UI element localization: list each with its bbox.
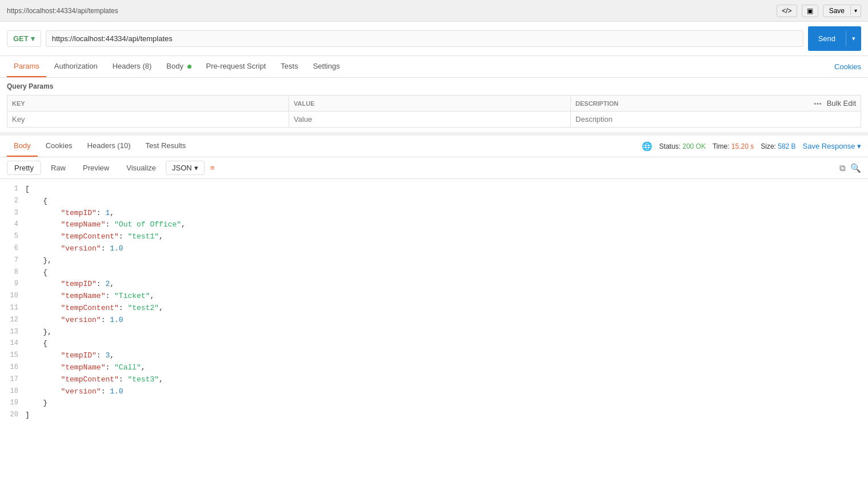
line-content: "tempName": "Call", xyxy=(25,362,863,374)
send-arrow-button[interactable]: ▾ xyxy=(846,31,861,46)
view-tab-raw[interactable]: Raw xyxy=(43,161,73,175)
json-line: 19 } xyxy=(0,397,868,410)
line-content: [ xyxy=(25,184,863,196)
line-content: "tempID": 1, xyxy=(25,208,863,220)
json-line: 12 "version": 1.0 xyxy=(0,315,868,327)
line-content: } xyxy=(25,397,863,410)
line-number: 5 xyxy=(5,231,25,243)
status-icon: 🌐 xyxy=(642,141,653,152)
save-response-arrow-icon: ▾ xyxy=(857,142,861,150)
line-number: 15 xyxy=(5,350,25,362)
line-content: "tempContent": "test2", xyxy=(25,303,863,315)
value-cell[interactable] xyxy=(289,112,571,128)
top-bar: https://localhost:44334/api/templates </… xyxy=(0,0,868,22)
save-response-button[interactable]: Save Response ▾ xyxy=(803,142,861,150)
json-line: 16 "tempName": "Call", xyxy=(0,362,868,374)
line-number: 12 xyxy=(5,315,25,327)
line-number: 2 xyxy=(5,196,25,208)
line-content: { xyxy=(25,338,863,350)
key-input[interactable] xyxy=(12,115,284,124)
json-line: 10 "tempName": "Ticket", xyxy=(0,291,868,303)
cookies-link[interactable]: Cookies xyxy=(834,62,861,71)
json-content[interactable]: 1[2 {3 "tempID": 1,4 "tempName": "Out of… xyxy=(0,179,868,426)
value-input[interactable] xyxy=(294,115,566,124)
save-main-button[interactable]: Save xyxy=(823,5,850,17)
json-line: 17 "tempContent": "test3", xyxy=(0,374,868,386)
url-input[interactable] xyxy=(46,30,803,47)
line-content: "tempID": 3, xyxy=(25,350,863,362)
line-number: 7 xyxy=(5,255,25,267)
tab-pre-request-script[interactable]: Pre-request Script xyxy=(199,56,273,77)
line-content: "version": 1.0 xyxy=(25,315,863,327)
line-content: { xyxy=(25,267,863,279)
format-arrow-icon: ▾ xyxy=(194,164,198,172)
layout-button[interactable]: ▣ xyxy=(802,5,818,17)
line-number: 10 xyxy=(5,291,25,303)
table-row xyxy=(7,112,861,128)
line-content: ] xyxy=(25,410,863,422)
params-table: KEY VALUE DESCRIPTION ••• Bulk Edit xyxy=(7,95,861,128)
json-line: 18 "version": 1.0 xyxy=(0,386,868,398)
response-tab-cookies[interactable]: Cookies xyxy=(39,136,79,157)
filter-icon[interactable]: ≡ xyxy=(210,164,215,172)
response-tab-headers[interactable]: Headers (10) xyxy=(81,136,138,157)
send-main-button[interactable]: Send xyxy=(808,30,846,47)
tab-params[interactable]: Params xyxy=(7,56,46,77)
time-label: Time: 15.20 s xyxy=(713,142,754,150)
line-number: 6 xyxy=(5,243,25,255)
line-content: "tempContent": "test1", xyxy=(25,231,863,243)
key-cell[interactable] xyxy=(7,112,289,128)
json-line: 9 "tempID": 2, xyxy=(0,279,868,291)
line-content: "version": 1.0 xyxy=(25,243,863,255)
json-line: 15 "tempID": 3, xyxy=(0,350,868,362)
line-number: 20 xyxy=(5,410,25,422)
line-number: 11 xyxy=(5,303,25,315)
status-label: Status: 200 OK xyxy=(659,142,706,150)
query-params-title: Query Params xyxy=(7,82,861,90)
response-tab-test-results[interactable]: Test Results xyxy=(138,136,193,157)
col-value: VALUE xyxy=(289,96,571,112)
format-select[interactable]: JSON ▾ xyxy=(166,161,205,175)
tab-tests[interactable]: Tests xyxy=(274,56,305,77)
line-content: }, xyxy=(25,327,863,339)
tab-settings[interactable]: Settings xyxy=(306,56,347,77)
line-content: "tempContent": "test3", xyxy=(25,374,863,386)
json-line: 14 { xyxy=(0,338,868,350)
col-description: DESCRIPTION ••• Bulk Edit xyxy=(571,96,861,112)
view-actions: ⧉ 🔍 xyxy=(839,163,861,173)
line-number: 3 xyxy=(5,208,25,220)
json-line: 5 "tempContent": "test1", xyxy=(0,231,868,243)
search-button[interactable]: 🔍 xyxy=(850,163,861,173)
json-line: 6 "version": 1.0 xyxy=(0,243,868,255)
tab-headers[interactable]: Headers (8) xyxy=(106,56,159,77)
view-tab-visualize[interactable]: Visualize xyxy=(119,161,163,175)
line-number: 1 xyxy=(5,184,25,196)
json-line: 4 "tempName": "Out of Office", xyxy=(0,219,868,231)
description-cell[interactable] xyxy=(571,112,861,128)
save-arrow-button[interactable]: ▾ xyxy=(850,6,861,15)
json-line: 8 { xyxy=(0,267,868,279)
description-input[interactable] xyxy=(575,115,856,124)
topbar-url: https://localhost:44334/api/templates xyxy=(7,7,118,15)
method-select[interactable]: GET ▾ xyxy=(7,30,41,47)
line-content: }, xyxy=(25,255,863,267)
tab-body[interactable]: Body xyxy=(159,56,198,77)
layout-icon: ▣ xyxy=(807,7,813,15)
tab-authorization[interactable]: Authorization xyxy=(47,56,105,77)
url-bar: GET ▾ Send ▾ xyxy=(0,22,868,56)
line-number: 19 xyxy=(5,397,25,410)
line-number: 14 xyxy=(5,338,25,350)
more-options-icon[interactable]: ••• xyxy=(814,100,822,107)
request-tabs-bar: Params Authorization Headers (8) Body Pr… xyxy=(0,56,868,78)
view-tabs-bar: Pretty Raw Preview Visualize JSON ▾ ≡ ⧉ … xyxy=(0,157,868,179)
view-tab-preview[interactable]: Preview xyxy=(75,161,117,175)
code-button[interactable]: </> xyxy=(777,5,797,17)
copy-button[interactable]: ⧉ xyxy=(839,163,846,173)
bulk-edit-button[interactable]: Bulk Edit xyxy=(827,99,856,108)
response-tab-body[interactable]: Body xyxy=(7,136,38,157)
json-line: 3 "tempID": 1, xyxy=(0,208,868,220)
size-label: Size: 582 B xyxy=(761,142,795,150)
line-number: 18 xyxy=(5,386,25,398)
line-number: 17 xyxy=(5,374,25,386)
view-tab-pretty[interactable]: Pretty xyxy=(7,161,41,175)
